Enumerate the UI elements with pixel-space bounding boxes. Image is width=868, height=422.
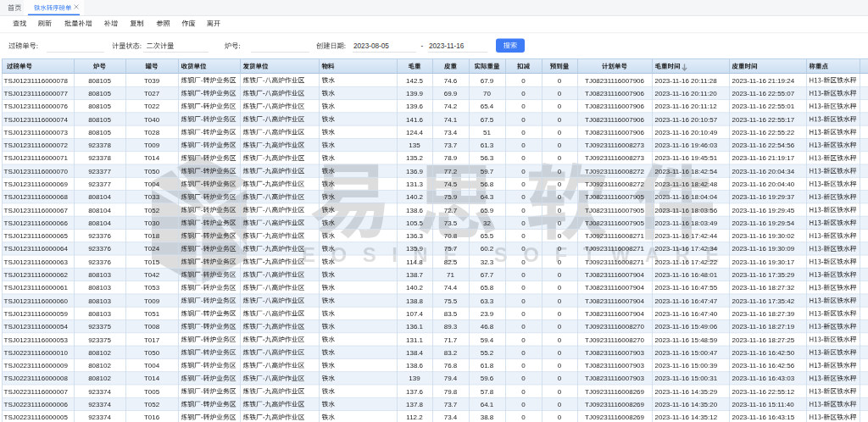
svg-text:61.3: 61.3 xyxy=(481,142,494,149)
svg-text:TJ08231116007905: TJ08231116007905 xyxy=(585,207,645,214)
svg-text:2023-11-16 15:11:40: 2023-11-16 15:11:40 xyxy=(732,401,795,408)
svg-text:808102: 808102 xyxy=(88,375,111,382)
svg-text:0: 0 xyxy=(558,336,562,344)
svg-text:TSJ01231116000067: TSJ01231116000067 xyxy=(4,207,69,214)
svg-text:2023-11-16 16:47:55: 2023-11-16 16:47:55 xyxy=(655,284,718,292)
svg-text:0: 0 xyxy=(521,142,526,149)
svg-text:0: 0 xyxy=(558,349,562,357)
svg-text:2023-11-16 18:42:48: 2023-11-16 18:42:48 xyxy=(655,180,718,188)
svg-text:0: 0 xyxy=(521,349,526,357)
svg-text:2023-11-16 16:42:50: 2023-11-16 16:42:50 xyxy=(732,349,795,357)
svg-text:0: 0 xyxy=(521,77,526,85)
svg-text:57.8: 57.8 xyxy=(481,388,494,396)
svg-text:TSJ01231116000069: TSJ01231116000069 xyxy=(4,180,69,188)
svg-text:75.5: 75.5 xyxy=(444,297,458,305)
svg-text:0: 0 xyxy=(521,362,526,369)
svg-text:TSJ01231116000076: TSJ01231116000076 xyxy=(4,103,69,110)
svg-text:2023-11-16 16:47:40: 2023-11-16 16:47:40 xyxy=(655,310,718,318)
svg-text:0: 0 xyxy=(521,90,526,97)
svg-text:2023-11-16 22:55:12: 2023-11-16 22:55:12 xyxy=(732,388,795,396)
svg-text:TSJ01231116000053: TSJ01231116000053 xyxy=(4,336,69,344)
svg-text:76.8: 76.8 xyxy=(444,362,458,369)
svg-text:107.4: 107.4 xyxy=(406,310,424,318)
svg-text:0: 0 xyxy=(558,271,562,279)
svg-text:TJ08231116007904: TJ08231116007904 xyxy=(585,297,645,305)
svg-text:0: 0 xyxy=(558,90,562,97)
svg-text:0: 0 xyxy=(558,375,562,382)
svg-text:65.5: 65.5 xyxy=(481,232,494,240)
svg-text:138.4: 138.4 xyxy=(406,349,424,357)
svg-text:0: 0 xyxy=(558,219,562,227)
svg-text:79.8: 79.8 xyxy=(444,388,458,396)
svg-text:0: 0 xyxy=(521,375,526,382)
svg-text:138.8: 138.8 xyxy=(406,297,424,305)
svg-text:32.3: 32.3 xyxy=(481,258,494,266)
svg-text:T014: T014 xyxy=(144,154,160,162)
svg-text:73.7: 73.7 xyxy=(444,401,458,408)
svg-text:64.3: 64.3 xyxy=(481,193,494,201)
svg-text:2023-11-16 20:10:57: 2023-11-16 20:10:57 xyxy=(655,116,718,124)
svg-text:2023-11-16 14:35:12: 2023-11-16 14:35:12 xyxy=(655,414,718,421)
svg-text:74.4: 74.4 xyxy=(444,284,458,292)
svg-text:0: 0 xyxy=(521,388,526,396)
svg-text:TSJ01231116000060: TSJ01231116000060 xyxy=(4,297,69,305)
svg-text:808105: 808105 xyxy=(88,129,111,136)
svg-text:139: 139 xyxy=(409,375,420,382)
svg-text:2023-11-16 17:42:44: 2023-11-16 17:42:44 xyxy=(655,232,718,240)
svg-text:2023-11-16 18:03:56: 2023-11-16 18:03:56 xyxy=(655,207,718,214)
svg-text:124.4: 124.4 xyxy=(406,129,424,136)
svg-text:83.5: 83.5 xyxy=(444,310,458,318)
svg-text:0: 0 xyxy=(521,284,526,292)
svg-text:59.6: 59.6 xyxy=(481,375,494,382)
svg-text:0: 0 xyxy=(521,219,526,227)
svg-text:TJ09231116008272: TJ09231116008272 xyxy=(585,180,645,188)
svg-text:TSJ01231116000078: TSJ01231116000078 xyxy=(4,77,69,85)
svg-text:2023-11-16 15:00:39: 2023-11-16 15:00:39 xyxy=(655,362,718,369)
svg-text:75.9: 75.9 xyxy=(444,193,458,201)
svg-text:2023-11-16 18:42:54: 2023-11-16 18:42:54 xyxy=(655,168,718,175)
svg-text:2023-11-16 20:04:40: 2023-11-16 20:04:40 xyxy=(732,180,795,188)
svg-text:0: 0 xyxy=(521,245,526,253)
svg-text:0: 0 xyxy=(521,232,526,240)
svg-text:808104: 808104 xyxy=(88,193,111,201)
svg-text:TSJ01231116000073: TSJ01231116000073 xyxy=(4,129,69,136)
svg-text:TJ08231116007906: TJ08231116007906 xyxy=(585,103,645,110)
svg-text:63.3: 63.3 xyxy=(481,297,494,305)
svg-text:2023-11-16 18:27:25: 2023-11-16 18:27:25 xyxy=(732,336,795,344)
svg-text:73.4: 73.4 xyxy=(444,129,458,136)
svg-text:T052: T052 xyxy=(144,401,160,408)
svg-text:808104: 808104 xyxy=(88,219,111,227)
svg-text:0: 0 xyxy=(521,271,526,279)
svg-text:2023-11-16 16:43:03: 2023-11-16 16:43:03 xyxy=(732,375,795,382)
svg-text:923376: 923376 xyxy=(88,258,111,266)
svg-text:60.2: 60.2 xyxy=(481,245,494,253)
svg-text:2023-11-16 14:35:29: 2023-11-16 14:35:29 xyxy=(655,388,718,396)
svg-text:2023-11-16 22:55:17: 2023-11-16 22:55:17 xyxy=(732,116,795,124)
svg-text:138.6: 138.6 xyxy=(406,207,424,214)
svg-text:71.7: 71.7 xyxy=(444,336,458,344)
svg-text:T004: T004 xyxy=(144,180,160,188)
svg-text:79.4: 79.4 xyxy=(444,375,458,382)
svg-text:136.1: 136.1 xyxy=(406,323,424,330)
svg-text:TJ08231116007905: TJ08231116007905 xyxy=(585,193,645,201)
svg-text:138.7: 138.7 xyxy=(406,271,424,279)
svg-text:112.2: 112.2 xyxy=(406,414,423,421)
svg-text:TJ08231116007904: TJ08231116007904 xyxy=(585,284,645,292)
svg-text:137.6: 137.6 xyxy=(406,388,424,396)
svg-text:51: 51 xyxy=(483,129,491,136)
svg-text:2023-11-16 19:45:51: 2023-11-16 19:45:51 xyxy=(655,154,718,162)
svg-text:T005: T005 xyxy=(144,388,160,396)
svg-text:137.8: 137.8 xyxy=(406,401,424,408)
svg-text:T052: T052 xyxy=(144,207,160,214)
svg-text:135: 135 xyxy=(409,142,420,149)
svg-text:2023-11-16 18:27:39: 2023-11-16 18:27:39 xyxy=(732,310,795,318)
svg-text:65.9: 65.9 xyxy=(481,207,494,214)
svg-text:0: 0 xyxy=(558,388,562,396)
svg-text:808103: 808103 xyxy=(88,271,111,279)
svg-text:TSJ01231116000074: TSJ01231116000074 xyxy=(4,116,69,124)
svg-text:0: 0 xyxy=(521,414,526,421)
svg-text:808102: 808102 xyxy=(88,349,111,357)
svg-text:67.7: 67.7 xyxy=(481,271,494,279)
svg-text:74.2: 74.2 xyxy=(444,103,458,110)
svg-text:T028: T028 xyxy=(144,129,160,136)
